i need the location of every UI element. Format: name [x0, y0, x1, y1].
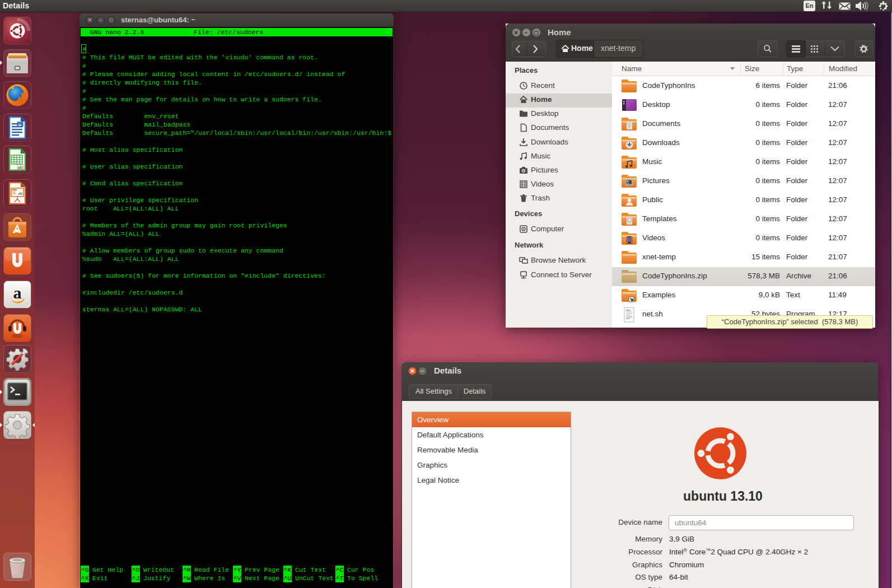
- svg-text:a: a: [13, 283, 22, 302]
